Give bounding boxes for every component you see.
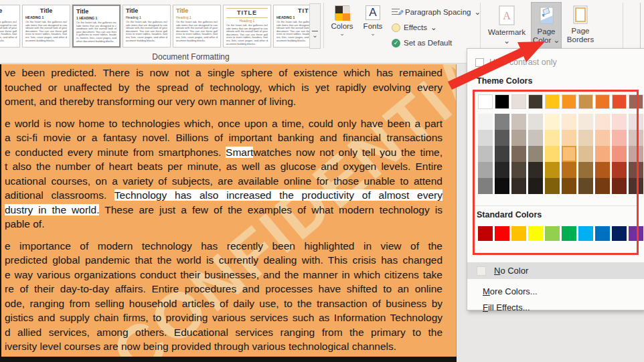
theme-variant-swatch[interactable] (595, 146, 610, 162)
theme-variant-swatch[interactable] (612, 162, 627, 178)
theme-color-swatch[interactable] (595, 94, 610, 109)
document-line: pable of. (5, 217, 442, 232)
theme-color-swatch[interactable] (629, 94, 643, 109)
document-line: dustry in the world. These are just a fe… (5, 203, 442, 217)
theme-variant-swatch[interactable] (528, 146, 543, 162)
theme-variant-swatch[interactable] (545, 162, 560, 178)
style-set-thumbnail[interactable]: TITLEHeading 1On the Insert tab, the gal… (223, 5, 271, 48)
page-color-button[interactable]: Page Color ⌄ (531, 2, 562, 53)
colors-button[interactable]: Colors ⌄ (327, 5, 357, 36)
theme-variant-swatch[interactable] (528, 162, 543, 178)
theme-variant-swatch[interactable] (629, 178, 643, 194)
theme-variant-swatch[interactable] (612, 130, 627, 146)
theme-variant-swatch[interactable] (595, 162, 610, 178)
theme-variant-swatch[interactable] (528, 178, 543, 194)
theme-variant-swatch[interactable] (528, 130, 543, 146)
paragraph-spacing-button[interactable]: ✎ Paragraph Spacing ⌄ (392, 6, 481, 18)
standard-color-swatch[interactable] (595, 226, 610, 241)
fill-effects-menu-item[interactable]: Fill Effects... (483, 302, 530, 312)
theme-color-swatch[interactable] (495, 94, 509, 109)
theme-variant-swatch[interactable] (528, 114, 543, 130)
thumb-body: On the Insert tab, the galleries include… (226, 24, 268, 46)
style-set-thumbnail[interactable]: TitleHeading 1On the Insert tab, the gal… (173, 5, 221, 48)
set-as-default-button[interactable]: ✓ Set as Default (392, 37, 452, 49)
standard-color-swatch[interactable] (629, 226, 643, 241)
theme-variant-swatch[interactable] (562, 130, 576, 146)
theme-color-swatch[interactable] (545, 94, 560, 109)
watermark-button[interactable]: A Watermark ⌄ (485, 2, 528, 53)
standard-color-swatch[interactable] (495, 226, 509, 241)
theme-variant-swatch[interactable] (595, 130, 610, 146)
theme-variant-swatch[interactable] (511, 178, 526, 194)
theme-variant-swatch[interactable] (629, 114, 643, 130)
theme-variant-swatch[interactable] (578, 146, 593, 162)
standard-color-swatch[interactable] (562, 226, 576, 241)
theme-variant-swatch[interactable] (578, 114, 593, 130)
theme-variant-swatch[interactable] (495, 162, 509, 178)
standard-color-swatch[interactable] (612, 226, 627, 241)
selected-page-color-swatch[interactable] (562, 146, 576, 162)
theme-variant-swatch[interactable] (478, 130, 493, 146)
standard-color-swatch[interactable] (511, 226, 526, 241)
standard-color-swatch[interactable] (528, 226, 543, 241)
theme-variant-swatch[interactable] (495, 114, 509, 130)
style-set-thumbnail[interactable]: TitleHEADING 1On the Insert tab, the gal… (0, 5, 20, 48)
theme-variant-swatch[interactable] (629, 130, 643, 146)
theme-variant-swatch[interactable] (495, 146, 509, 162)
theme-variant-swatch[interactable] (629, 162, 643, 178)
theme-variant-swatch[interactable] (545, 114, 560, 130)
theme-variant-swatch[interactable] (478, 162, 493, 178)
theme-variant-swatch[interactable] (545, 130, 560, 146)
theme-color-swatch[interactable] (478, 94, 493, 109)
style-set-thumbnail[interactable]: TitleHeading 1On the Insert tab, the gal… (123, 5, 171, 48)
style-set-thumbnail[interactable]: TitleHEADING 1On the Insert tab, the gal… (22, 5, 70, 48)
theme-variant-swatch[interactable] (578, 178, 593, 194)
standard-color-swatch[interactable] (545, 226, 560, 241)
theme-variant-swatch[interactable] (511, 130, 526, 146)
theme-variant-swatch[interactable] (545, 146, 560, 162)
theme-color-swatch[interactable] (511, 94, 526, 109)
theme-variant-swatch[interactable] (629, 146, 643, 162)
effects-button[interactable]: Effects ⌄ (392, 21, 437, 33)
theme-variant-swatch[interactable] (495, 130, 509, 146)
theme-variant-swatch[interactable] (478, 178, 493, 194)
theme-variant-swatch[interactable] (578, 162, 593, 178)
theme-variant-swatch[interactable] (478, 146, 493, 162)
theme-variant-swatch[interactable] (612, 146, 627, 162)
fonts-button[interactable]: A Fonts ⌄ (359, 5, 386, 36)
no-color-menu-item[interactable]: No Color (467, 262, 644, 279)
theme-color-swatch[interactable] (562, 94, 576, 109)
theme-variant-swatch[interactable] (562, 114, 576, 130)
theme-variant-swatch[interactable] (478, 114, 493, 130)
theme-variant-swatch[interactable] (595, 114, 610, 130)
gallery-more-button[interactable]: ⌄ (309, 3, 321, 49)
thumb-title: Title (176, 7, 218, 15)
thumb-heading: Heading 1 (226, 19, 268, 23)
theme-variant-swatch[interactable] (511, 114, 526, 130)
theme-variant-swatch[interactable] (495, 178, 509, 194)
theme-color-swatch[interactable] (612, 94, 627, 109)
page-borders-button[interactable]: Page Borders (564, 2, 597, 53)
style-set-thumbnail[interactable]: Title1 HEADING 1On the Insert tab, the g… (72, 5, 120, 48)
theme-variant-swatch[interactable] (612, 114, 627, 130)
theme-variant-swatch[interactable] (511, 162, 526, 178)
document-page[interactable]: CONFIDENTIAL ve been predicted. There is… (1, 64, 457, 357)
standard-color-swatch[interactable] (578, 226, 593, 241)
theme-variant-swatch[interactable] (562, 162, 576, 178)
style-set-thumbnail[interactable]: TITLEHEADING 1On the Insert tab, the gal… (273, 5, 309, 48)
theme-color-swatch[interactable] (528, 94, 543, 109)
more-colors-menu-item[interactable]: More Colors... (483, 286, 538, 296)
theme-variant-swatch[interactable] (595, 178, 610, 194)
ribbon-separator (323, 3, 324, 48)
theme-variant-swatch[interactable] (612, 178, 627, 194)
theme-color-swatch[interactable] (578, 94, 593, 109)
standard-color-swatch[interactable] (478, 226, 493, 241)
thumb-title: Title (25, 7, 67, 15)
theme-variant-swatch[interactable] (545, 178, 560, 194)
theme-variant-swatch[interactable] (562, 178, 576, 194)
svg-text:A: A (503, 10, 511, 21)
high-contrast-only-checkbox[interactable]: High-contrast only (475, 58, 557, 67)
theme-variant-swatch[interactable] (511, 146, 526, 162)
standard-color-row (478, 226, 643, 241)
theme-variant-swatch[interactable] (578, 130, 593, 146)
